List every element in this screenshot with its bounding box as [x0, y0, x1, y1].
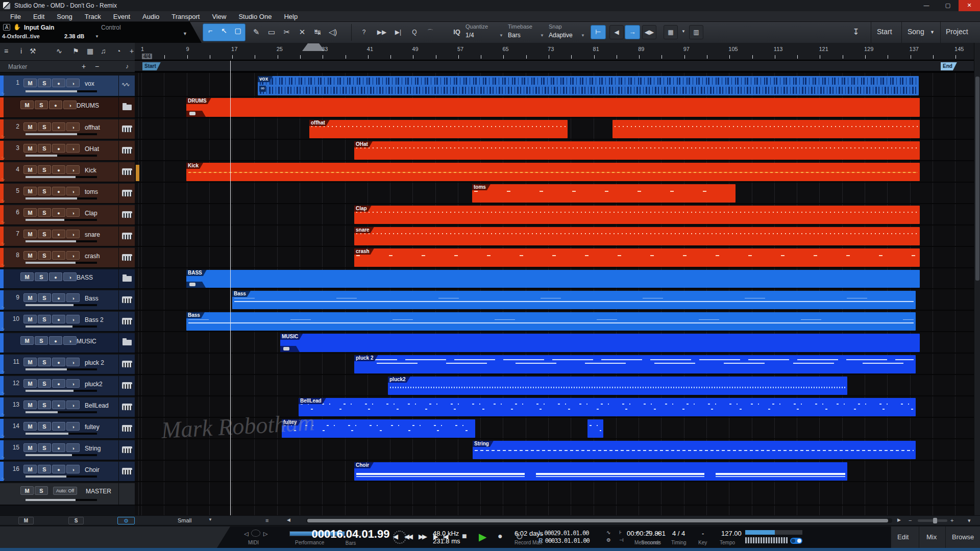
track-lane-offhat[interactable]: offhat	[135, 119, 974, 140]
record-button[interactable]: ●	[498, 532, 501, 541]
eraser-tool-icon[interactable]: ▭	[264, 24, 279, 40]
monitor-button[interactable]: ◑	[66, 208, 80, 217]
solo-button[interactable]: S	[38, 144, 51, 153]
mute-button[interactable]: M	[20, 336, 34, 345]
track-name[interactable]: Choir	[85, 466, 100, 473]
track-header-vox[interactable]: ∿1MS●◑vox∿∿	[0, 76, 135, 97]
solo-button[interactable]: S	[38, 465, 51, 473]
mute-button[interactable]: M	[23, 165, 37, 174]
track-name[interactable]: MUSIC	[77, 338, 96, 345]
track-header-snare[interactable]: ∿7MS●◑snare	[0, 227, 135, 247]
record-arm-button[interactable]: ●	[49, 336, 62, 345]
automation-icon[interactable]: ∿	[1, 219, 5, 224]
automation-icon[interactable]: ∿	[1, 91, 5, 96]
nav-song-caret-icon[interactable]: ▼	[930, 30, 935, 35]
track-name[interactable]: vox	[85, 80, 94, 87]
parameter-panel[interactable]: A ✋ Input Gain Control 4-OxfordI..tive 2…	[0, 22, 202, 43]
solo-button[interactable]: S	[38, 165, 51, 174]
view-mix-button[interactable]: Mix	[926, 533, 937, 541]
quantize-caret-icon[interactable]: ▼	[499, 33, 503, 38]
track-header-offhat[interactable]: ∿2MS●◑offhat	[0, 119, 135, 140]
track-name[interactable]: Clap	[85, 210, 97, 217]
range-tool-icon[interactable]: ⌐	[204, 23, 217, 38]
mute-button[interactable]: M	[23, 230, 37, 238]
parameter-value[interactable]: 2.38 dB	[64, 33, 84, 39]
menu-track[interactable]: Track	[79, 11, 107, 21]
record-arm-button[interactable]: ●	[52, 122, 65, 131]
zoom-slider[interactable]	[918, 519, 947, 522]
track-name[interactable]: BellLead	[85, 402, 109, 409]
autoscroll-button[interactable]: ⊢	[591, 25, 606, 39]
quantize-notes-icon[interactable]: ♫	[101, 47, 106, 55]
track-size-caret-icon[interactable]: ▼	[208, 517, 212, 522]
event-pluck2[interactable]: pluck2	[388, 377, 847, 395]
zoom-slider-handle[interactable]	[933, 518, 937, 523]
split-tool-icon[interactable]: ✂	[280, 24, 294, 40]
horizontal-scrollbar-thumb[interactable]	[307, 519, 888, 522]
record-arm-button[interactable]: ●	[52, 443, 65, 452]
global-solo-button[interactable]: S	[68, 517, 84, 524]
event-bass[interactable]: Bass	[186, 312, 916, 331]
event-drums[interactable]: DRUMS	[186, 98, 920, 117]
track-name[interactable]: DRUMS	[77, 102, 99, 109]
marker-flag-icon[interactable]: ⚑	[72, 47, 79, 55]
event-ohat[interactable]: OHat	[354, 141, 920, 160]
monitor-button[interactable]: ◑	[63, 101, 77, 109]
zoom-out-icon[interactable]: −	[909, 517, 912, 523]
play-button[interactable]: ▶	[479, 531, 485, 543]
timebase-caret-icon[interactable]: ▼	[540, 33, 544, 38]
record-arm-button[interactable]: ●	[52, 315, 65, 323]
mute-button[interactable]: M	[20, 101, 34, 109]
event-bass[interactable]: Bass	[232, 291, 916, 309]
event-kick[interactable]: Kick	[186, 163, 920, 181]
monitor-button[interactable]: ◑	[66, 165, 80, 174]
monitor-button[interactable]: ◑	[66, 315, 80, 323]
record-arm-button[interactable]: ●	[52, 79, 65, 87]
track-name[interactable]: OHat	[85, 145, 99, 153]
track-name[interactable]: BASS	[77, 274, 93, 281]
monitor-button[interactable]: ◑	[66, 465, 80, 473]
solo-button[interactable]: S	[35, 101, 48, 109]
track-name[interactable]: String	[85, 445, 101, 452]
mute-button[interactable]: M	[20, 486, 34, 495]
view-edit-button[interactable]: Edit	[897, 533, 909, 541]
export-mixdown-icon[interactable]: ↧	[847, 24, 865, 40]
track-header-music[interactable]: MS●◑MUSIC	[0, 333, 135, 354]
track-header-clap[interactable]: ∿6MS●◑Clap	[0, 205, 135, 226]
bend-tool-icon[interactable]: ↹	[310, 24, 325, 40]
metro-tri-icon[interactable]: ▲	[656, 530, 661, 535]
event-music[interactable]: MUSIC	[280, 334, 920, 352]
solo-button[interactable]: S	[35, 336, 48, 345]
automation-icon[interactable]: ∿	[1, 262, 5, 267]
grid-options-button[interactable]: ▦	[664, 25, 678, 39]
close-button[interactable]: ✕	[959, 0, 980, 11]
scroll-left-icon[interactable]: ◀	[287, 517, 290, 522]
solo-button[interactable]: S	[38, 230, 51, 238]
monitor-button[interactable]: ◑	[66, 379, 80, 388]
track-header-choir[interactable]: ∿16MS●◑Choir	[0, 462, 135, 482]
record-arm-button[interactable]: ●	[52, 230, 65, 238]
marker-in-icon[interactable]: ⊦	[619, 530, 622, 535]
event-offhat-part[interactable]	[612, 120, 920, 138]
clock-icon[interactable]: ◔	[116, 47, 120, 55]
track-header-master[interactable]: Auto: OffMSMASTER	[0, 483, 135, 506]
record-arm-button[interactable]: ●	[52, 293, 65, 302]
track-name[interactable]: crash	[85, 253, 100, 260]
monitor-button[interactable]: ◑	[66, 79, 80, 87]
lane-options-icon[interactable]: ≡	[265, 517, 268, 523]
solo-button[interactable]: S	[38, 379, 51, 388]
record-arm-button[interactable]: ●	[52, 379, 65, 388]
menu-audio[interactable]: Audio	[136, 11, 165, 21]
monitor-button[interactable]: ◑	[66, 251, 80, 260]
event-vox[interactable]: vox∞	[258, 76, 919, 95]
monitor-button[interactable]: ◑	[66, 443, 80, 452]
track-header-bass[interactable]: ∿9MS●◑Bass	[0, 290, 135, 311]
track-name[interactable]: pluck 2	[85, 359, 104, 366]
track-lane-master[interactable]	[135, 483, 974, 506]
marker-out-icon[interactable]: ⊣	[619, 537, 624, 543]
track-header-fultey[interactable]: ∿14MS●◑fultey	[0, 419, 135, 439]
inspector-icon[interactable]: i	[20, 47, 22, 55]
metronome-label[interactable]: Metronome	[634, 540, 660, 545]
grid-icon[interactable]: ▦	[87, 47, 93, 55]
return-to-start-button[interactable]: |◀	[443, 533, 447, 540]
